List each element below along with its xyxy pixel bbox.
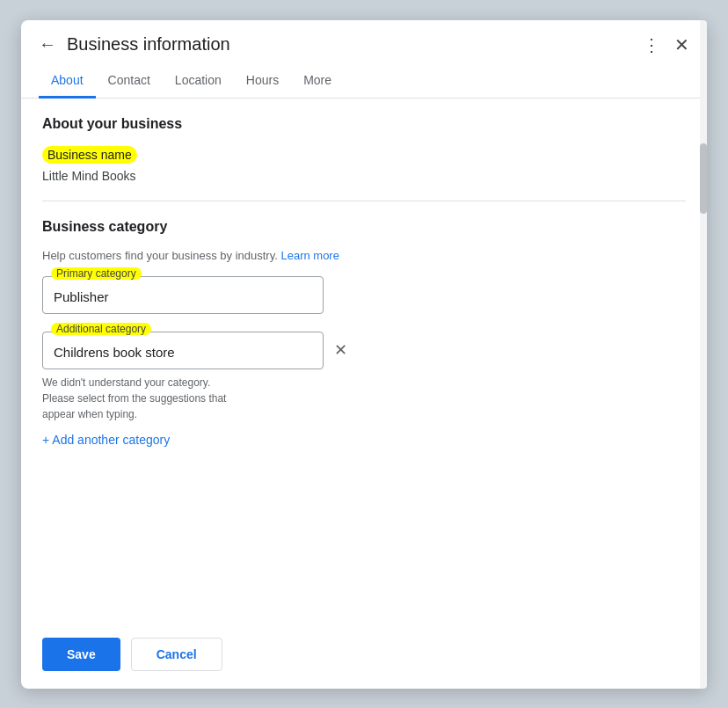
tab-about[interactable]: About (39, 64, 96, 99)
modal-header: ← Business information ⋮ ✕ (21, 20, 707, 55)
primary-category-input[interactable] (42, 276, 324, 314)
section-divider (42, 201, 686, 201)
tabs-container: About Contact Location Hours More (21, 64, 707, 99)
save-button[interactable]: Save (42, 638, 120, 671)
tab-contact[interactable]: Contact (96, 64, 163, 99)
category-description: Help customers find your business by ind… (42, 249, 686, 262)
additional-category-input[interactable] (42, 332, 324, 369)
scrollbar-track[interactable] (700, 20, 707, 689)
tab-location[interactable]: Location (163, 64, 234, 99)
tab-more[interactable]: More (291, 64, 344, 99)
additional-category-section: Additional category ✕ We didn't understa… (42, 332, 686, 422)
scrollbar-thumb[interactable] (700, 143, 707, 214)
more-icon[interactable]: ⋮ (643, 34, 660, 55)
additional-category-wrapper: Additional category (42, 332, 324, 369)
business-name-value: Little Mind Books (42, 169, 686, 183)
modal-footer: Save Cancel (21, 624, 707, 689)
about-section: About your business Business name Little… (42, 116, 686, 183)
additional-category-row: Additional category ✕ (42, 332, 686, 369)
category-section: Business category Help customers find yo… (42, 219, 686, 448)
learn-more-link[interactable]: Learn more (280, 249, 339, 262)
add-category-link[interactable]: + Add another category (42, 433, 170, 447)
business-name-label: Business name (42, 146, 137, 164)
close-icon[interactable]: ✕ (674, 34, 689, 55)
primary-category-wrapper: Primary category (42, 276, 324, 314)
modal-title: Business information (67, 34, 643, 55)
about-section-title: About your business (42, 116, 686, 132)
modal: ← Business information ⋮ ✕ About Contact… (21, 20, 707, 689)
cancel-button[interactable]: Cancel (131, 638, 222, 671)
clear-additional-category-icon[interactable]: ✕ (334, 340, 347, 360)
category-section-title: Business category (42, 219, 686, 235)
tab-hours[interactable]: Hours (234, 64, 291, 99)
additional-category-label: Additional category (51, 323, 151, 335)
back-icon[interactable]: ← (39, 34, 56, 55)
primary-category-label: Primary category (51, 267, 142, 280)
modal-body: About your business Business name Little… (21, 99, 707, 624)
category-error-text: We didn't understand your category.Pleas… (42, 375, 324, 422)
